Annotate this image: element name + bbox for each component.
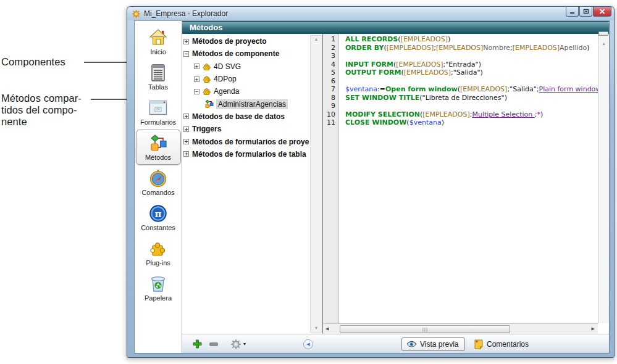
splitter-grip[interactable]	[598, 31, 608, 36]
note-icon	[474, 339, 483, 349]
page: { "window": { "title": "Mi_Empresa - Exp…	[0, 0, 617, 364]
tree-item-label[interactable]: Métodos de componente	[192, 49, 279, 58]
code-vertical-scrollbar[interactable]: ▲	[598, 34, 609, 323]
svg-text:OK: OK	[156, 108, 161, 111]
tree-row[interactable]: −Agenda	[182, 85, 309, 97]
tree-item-label[interactable]: Métodos de formularios de proyecto	[192, 138, 309, 146]
expand-icon[interactable]: +	[183, 151, 189, 157]
tree-row[interactable]: +Triggers	[182, 123, 309, 135]
tree-scrollbar[interactable]: ▲ ▼	[310, 35, 322, 333]
tree-row[interactable]: +4D SVG	[182, 60, 309, 73]
expand-icon[interactable]: +	[183, 114, 189, 119]
code-line: SET WINDOW TITLE("Libreta de Direcciones…	[345, 94, 598, 102]
line-number: 10	[323, 110, 338, 119]
scroll-left-icon[interactable]: ◀	[325, 326, 329, 331]
tree-item-label[interactable]: Triggers	[192, 125, 221, 133]
sidebar-item-label: Papelera	[145, 294, 172, 302]
code-line: ALL RECORDS([EMPLEADOS])	[345, 35, 598, 44]
sidebar-item-label: Comandos	[141, 189, 174, 196]
add-method-button[interactable]	[193, 334, 202, 354]
restore-button[interactable]	[579, 7, 592, 17]
scroll-right-icon[interactable]: ▶	[592, 326, 595, 331]
tree-row[interactable]: +Métodos de formularios de proyecto	[182, 135, 309, 147]
line-number: 4	[323, 60, 338, 69]
line-number-gutter: 1234567891011	[323, 34, 338, 323]
minimize-button[interactable]	[566, 7, 579, 17]
tree-row[interactable]: +Métodos de formularios de tabla	[182, 148, 309, 160]
annotation-line: tidos del compo-	[1, 104, 82, 116]
sidebar-item-label: Tablas	[148, 83, 168, 91]
scrollbar-thumb[interactable]: |||	[340, 325, 510, 333]
options-menu-button[interactable]: ▾	[230, 334, 246, 354]
sidebar-item-formularios[interactable]: OKFormularios	[136, 94, 181, 130]
comentarios-label: Comentarios	[487, 340, 529, 349]
tree-row[interactable]: +4DPop	[182, 73, 309, 85]
sidebar-item-label: Métodos	[145, 154, 171, 161]
tree-item-label[interactable]: Métodos de base de datos	[192, 112, 285, 121]
line-number: 11	[323, 118, 338, 127]
scroll-down-icon[interactable]: ▼	[314, 326, 319, 331]
expand-icon[interactable]: +	[183, 139, 189, 144]
pi-icon: π	[149, 204, 167, 223]
code-editor: ALL RECORDS([EMPLEADOS])ORDER BY([EMPLEA…	[339, 34, 598, 323]
tree-row[interactable]: +Métodos de base de datos	[182, 110, 309, 123]
line-number: 7	[323, 85, 338, 94]
code-line: $ventana:=Open form window([EMPLEADOS];"…	[345, 85, 598, 94]
sidebar-item-constantes[interactable]: πConstantes	[136, 200, 181, 235]
collapse-icon[interactable]: −	[183, 51, 189, 57]
tree-item-label[interactable]: Métodos de formularios de tabla	[192, 150, 306, 159]
vista-previa-label: Vista previa	[420, 340, 458, 349]
methods-icon	[149, 134, 167, 152]
close-button[interactable]	[593, 7, 611, 17]
tree-row[interactable]: AdministrarAgencias	[182, 97, 309, 110]
code-horizontal-scrollbar[interactable]: ◀ ||| ▶	[323, 323, 598, 334]
sidebar-item-tablas[interactable]: Tablas	[136, 59, 181, 94]
home-icon	[149, 28, 167, 47]
tree-item-label[interactable]: Agenda	[214, 87, 239, 96]
expand-icon[interactable]: +	[194, 64, 199, 69]
sidebar-item-papelera[interactable]: Papelera	[136, 270, 181, 305]
collapse-pane-button[interactable]: ◀	[303, 334, 313, 354]
code-line	[345, 102, 598, 110]
code-line: MODIFY SELECTION([EMPLEADOS];Multiple Se…	[345, 110, 598, 119]
tree-item-label[interactable]: Métodos de proyecto	[192, 37, 267, 46]
sidebar-item-plugins[interactable]: Plug-ins	[136, 235, 181, 270]
sidebar-item-label: Formularios	[140, 118, 176, 126]
tree-item-label[interactable]: 4D SVG	[214, 62, 241, 71]
tree-row[interactable]: +Métodos de proyecto	[182, 35, 309, 48]
tree-row[interactable]: −Métodos de componente	[182, 48, 309, 60]
scroll-up-icon[interactable]: ▲	[602, 41, 606, 46]
tree-item-label[interactable]: 4DPop	[214, 75, 237, 83]
svg-text:π: π	[155, 209, 162, 220]
puzzle-small-icon	[203, 87, 211, 96]
line-number: 1	[323, 35, 338, 44]
trash-icon	[149, 275, 167, 293]
code-line: CLOSE WINDOW($ventana)	[345, 118, 598, 127]
titlebar[interactable]: Mi_Empresa - Explorador	[127, 7, 614, 20]
sidebar-item-comandos[interactable]: Comandos	[136, 165, 181, 200]
code-line	[345, 52, 598, 60]
line-number: 6	[323, 77, 338, 86]
collapse-icon[interactable]: −	[194, 89, 199, 94]
arrow-left-icon: ◀	[306, 342, 309, 347]
sidebar-item-label: Plug-ins	[146, 259, 170, 267]
restore-icon	[583, 9, 589, 14]
expand-icon[interactable]: +	[183, 126, 189, 132]
minimize-icon	[569, 9, 575, 14]
comentarios-toggle[interactable]: Comentarios	[474, 339, 529, 349]
explorer-window: Mi_Empresa - Explorador InicioTablasOKFo…	[127, 6, 615, 358]
vista-previa-toggle[interactable]: Vista previa	[401, 337, 465, 351]
tree-item-label[interactable]: AdministrarAgencias	[216, 99, 288, 109]
line-number: 8	[323, 94, 338, 102]
sidebar-item-metodos[interactable]: Métodos	[136, 130, 181, 165]
annotation-metodos-compartidos: Métodos compar-tidos del compo-nente	[1, 93, 82, 128]
scroll-up-icon[interactable]: ▲	[314, 37, 319, 42]
code-line: OUTPUT FORM([EMPLEADOS];"Salida")	[345, 68, 598, 77]
line-number: 5	[323, 68, 338, 77]
plus-icon	[193, 339, 202, 349]
expand-icon[interactable]: +	[183, 39, 189, 44]
code-line	[345, 77, 598, 86]
expand-icon[interactable]: +	[194, 77, 199, 82]
delete-method-button[interactable]	[209, 334, 218, 354]
sidebar-item-inicio[interactable]: Inicio	[136, 24, 181, 59]
